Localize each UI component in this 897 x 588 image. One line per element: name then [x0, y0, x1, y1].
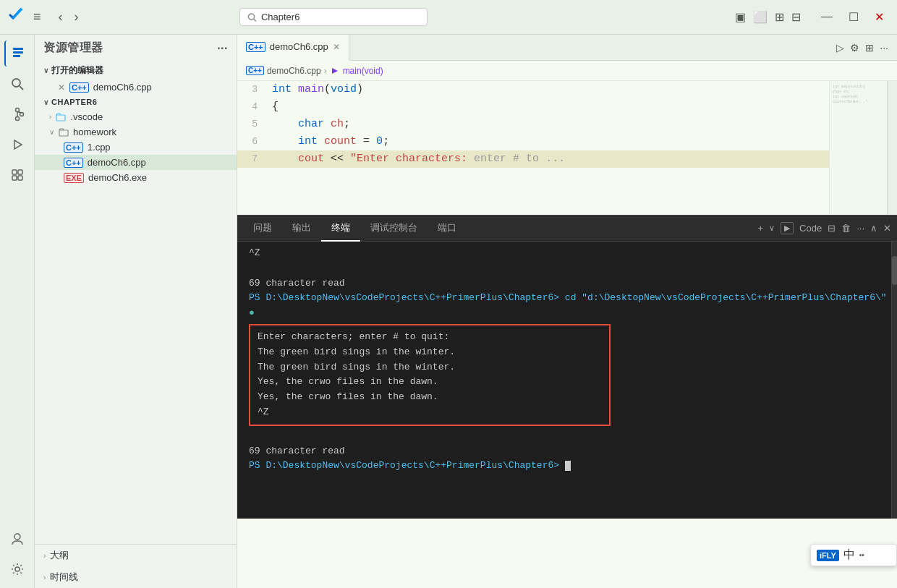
breadcrumb-file[interactable]: demoCh6.cpp: [267, 66, 321, 76]
activity-debug-icon[interactable]: [4, 132, 30, 158]
breadcrumb-file-icon: C++: [246, 66, 264, 75]
tab-close-icon[interactable]: ✕: [333, 42, 340, 52]
panel-area: 问题 输出 终端 调试控制台 端口 +: [237, 215, 897, 519]
svg-rect-18: [56, 115, 65, 121]
panel-tab-problems-label: 问题: [253, 221, 272, 234]
chapter6-arrow-icon: ∨: [43, 98, 48, 106]
terminal-line-69chars1: 69 character read: [249, 276, 880, 291]
breadcrumb-func[interactable]: main(void): [343, 66, 383, 76]
svg-marker-11: [14, 140, 22, 149]
vscode-folder-name: .vscode: [70, 111, 103, 122]
activity-bar: [0, 35, 35, 588]
timeline-label: 时间线: [50, 571, 78, 584]
panel-scroll-thumb: [892, 256, 897, 285]
run-icon[interactable]: ▷: [836, 42, 844, 54]
sidebar-item-demoCh6[interactable]: C++ demoCh6.cpp: [35, 155, 237, 170]
1cpp-icon: C++: [64, 142, 83, 153]
terminal-highlighted-line-5: Yes, the crwo files in the dawn.: [258, 390, 602, 405]
svg-line-1: [254, 19, 256, 21]
homework-folder-name: homework: [73, 127, 116, 137]
panel-tab-output[interactable]: 输出: [282, 216, 321, 242]
svg-rect-12: [12, 170, 17, 174]
terminal-highlighted-output: Enter characters; enter # to quit: The g…: [249, 324, 611, 426]
layout-grid-icon[interactable]: ⊟: [791, 10, 801, 24]
panel-split-icon[interactable]: ⊟: [828, 223, 836, 234]
more-icon[interactable]: ···: [880, 42, 888, 54]
terminal-highlighted-line-1: Enter characters; enter # to quit:: [258, 330, 602, 345]
code-line-4: 4 {: [237, 98, 897, 116]
search-bar[interactable]: [239, 8, 428, 26]
sidebar-title: 资源管理器: [43, 41, 103, 56]
terminal-highlighted-line-2: The green bird sings in the winter.: [258, 345, 602, 360]
1cpp-name: 1.cpp: [88, 142, 111, 153]
panel-up-icon[interactable]: ∧: [870, 223, 877, 234]
sidebar-item-homework[interactable]: ∨ homework: [35, 124, 237, 140]
layout-sidebar-icon[interactable]: ▣: [735, 10, 746, 24]
line-content-7: cout << "Enter characters: enter # to ..…: [266, 150, 897, 168]
svg-point-5: [12, 79, 20, 87]
demoCh6-icon: C++: [64, 158, 83, 168]
panel-more-icon[interactable]: ···: [856, 223, 864, 234]
panel-tab-ports[interactable]: 端口: [428, 216, 467, 242]
panel-trash-icon[interactable]: 🗑: [841, 223, 851, 234]
code-editor[interactable]: 3 int main(void) 4 { 5 char ch;: [237, 81, 897, 215]
panel-tab-debug[interactable]: 调试控制台: [360, 216, 428, 242]
layout-editor-icon[interactable]: ⊞: [865, 42, 874, 54]
editor-scrollbar[interactable]: [887, 81, 897, 215]
close-icon[interactable]: ✕: [58, 82, 65, 93]
ifly-badge[interactable]: iFLY 中 ••: [810, 544, 897, 566]
panel-scrollbar[interactable]: [891, 242, 897, 519]
activity-settings-icon[interactable]: [4, 556, 30, 582]
layout-panel-icon[interactable]: ⬜: [753, 10, 768, 24]
activity-extensions-icon[interactable]: [4, 162, 30, 188]
open-editors-label: 打开的编辑器: [51, 64, 103, 77]
panel-terminal-icon[interactable]: ▶: [781, 222, 794, 234]
vscode-folder-icon: [56, 112, 66, 122]
svg-rect-3: [13, 51, 23, 54]
settings-icon[interactable]: ⚙: [850, 42, 859, 54]
sidebar-chapter6[interactable]: ∨ CHAPTER6: [35, 95, 237, 109]
close-button[interactable]: ✕: [870, 9, 888, 25]
activity-explorer-icon[interactable]: [4, 41, 30, 67]
tab-demoCh6[interactable]: C++ demoCh6.cpp ✕: [237, 35, 349, 61]
layout-split-icon[interactable]: ⊞: [775, 10, 784, 24]
activity-search-icon[interactable]: [4, 71, 30, 97]
line-content-4: {: [266, 98, 897, 116]
terminal-highlighted-line-3: The green bird sings in the winter.: [258, 360, 602, 375]
sidebar-more-icon[interactable]: ···: [217, 42, 228, 55]
terminal-line-spacer1: [249, 261, 880, 276]
vscode-collapsed-arrow-icon: ›: [49, 113, 51, 121]
sidebar-item-demoCh6-open[interactable]: ✕ C++ demoCh6.cpp: [35, 80, 237, 95]
sidebar-item-vscode[interactable]: › .vscode: [35, 109, 237, 124]
terminal-line-spacer2: [249, 429, 880, 444]
sidebar-item-1cpp[interactable]: C++ 1.cpp: [35, 140, 237, 155]
panel-close-icon[interactable]: ✕: [883, 223, 891, 234]
search-input[interactable]: [261, 12, 420, 22]
panel-tab-problems[interactable]: 问题: [243, 216, 282, 242]
panel-add-arrow-button[interactable]: ∨: [769, 223, 775, 233]
sidebar-timeline[interactable]: › 时间线: [35, 566, 237, 588]
svg-point-8: [15, 117, 19, 121]
maximize-button[interactable]: ☐: [844, 9, 863, 25]
sidebar-outline[interactable]: › 大纲: [35, 545, 237, 566]
activity-account-icon[interactable]: [4, 526, 30, 552]
nav-forward-button[interactable]: ›: [72, 8, 82, 26]
svg-rect-13: [18, 170, 22, 174]
nav-back-button[interactable]: ‹: [56, 8, 66, 26]
sidebar-item-exe[interactable]: EXE demoCh6.exe: [35, 170, 237, 185]
vscode-logo-icon: [9, 7, 25, 27]
titlebar: ≡ ‹ › ▣ ⬜ ⊞ ⊟ — ☐ ✕: [0, 0, 897, 35]
ifly-text-cn: 中: [843, 547, 855, 563]
panel-add-button[interactable]: +: [757, 223, 763, 234]
terminal-highlighted-line-6: ^Z: [258, 405, 602, 420]
titlebar-actions: ▣ ⬜ ⊞ ⊟: [735, 10, 801, 24]
svg-point-7: [15, 108, 19, 112]
menu-icon[interactable]: ≡: [33, 9, 41, 25]
sidebar-open-editors[interactable]: ∨ 打开的编辑器: [35, 61, 237, 80]
cpp-file-icon: C++: [69, 82, 89, 93]
activity-git-icon[interactable]: [4, 101, 30, 127]
tab-label: demoCh6.cpp: [270, 41, 328, 52]
panel-tab-terminal[interactable]: 终端: [321, 216, 360, 242]
minimize-button[interactable]: —: [817, 9, 837, 25]
terminal-content[interactable]: ^Z 69 character read PS D:\DesktopNew\vs…: [237, 242, 891, 519]
